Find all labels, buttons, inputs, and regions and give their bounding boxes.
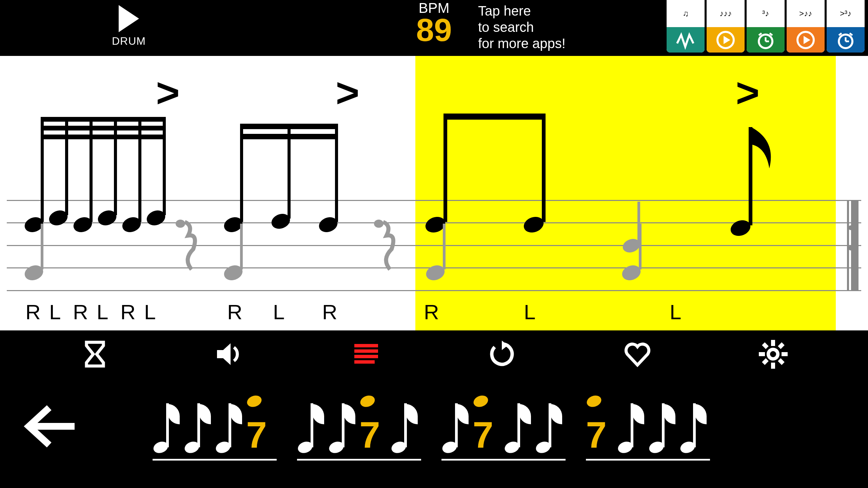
svg-point-35 <box>374 220 383 228</box>
svg-rect-61 <box>762 358 769 365</box>
eighth-rest-icon: 7 <box>246 392 277 453</box>
back-button[interactable] <box>17 396 85 457</box>
pattern-underline <box>153 459 277 461</box>
svg-rect-37 <box>542 114 546 222</box>
pattern-option[interactable]: 7 <box>297 392 421 461</box>
sticking-letter: L <box>144 300 156 324</box>
svg-rect-50 <box>354 349 378 353</box>
eighth-note-icon <box>648 392 679 453</box>
svg-text:>: > <box>336 70 359 115</box>
svg-rect-46 <box>639 224 642 269</box>
eighth-note-icon <box>184 392 214 453</box>
app-tile[interactable]: ³♪ <box>747 0 785 53</box>
hourglass-button[interactable] <box>80 339 110 369</box>
svg-rect-36 <box>443 114 447 222</box>
loop-icon <box>488 341 515 368</box>
hourglass-icon <box>83 341 107 368</box>
eighth-note-icon <box>441 392 472 453</box>
svg-rect-47 <box>749 127 752 225</box>
svg-rect-11 <box>138 117 141 222</box>
svg-rect-60 <box>778 342 785 349</box>
app-tile-bottom-icon <box>787 27 825 53</box>
sticking-letter: R <box>227 300 243 324</box>
pattern-underline <box>297 459 421 461</box>
loop-button[interactable] <box>487 339 517 369</box>
svg-rect-55 <box>771 363 775 369</box>
volume-button[interactable] <box>215 339 246 369</box>
svg-point-53 <box>768 349 778 359</box>
favorite-button[interactable] <box>622 339 653 369</box>
score-area: > > > <box>0 56 868 330</box>
list-icon <box>354 344 378 364</box>
app-tile-top-icon: ♫ <box>667 0 705 27</box>
eighth-note-icon <box>328 392 359 453</box>
svg-rect-42 <box>443 224 446 269</box>
svg-rect-52 <box>354 360 375 364</box>
arrow-left-icon <box>22 403 80 450</box>
sticking-letter: R <box>120 300 136 324</box>
toolbar <box>0 330 868 378</box>
notation-svg: > > > <box>0 56 868 330</box>
svg-rect-34 <box>240 224 243 269</box>
gear-icon <box>759 340 788 369</box>
svg-rect-13 <box>41 117 166 122</box>
app-tile[interactable]: >³♪ <box>827 0 865 53</box>
sticking-letter: R <box>25 300 41 324</box>
app-tile-bottom-icon <box>827 27 865 53</box>
top-bar: DRUM BPM 89 Tap here to search for more … <box>0 0 868 56</box>
pattern-option[interactable]: 7 <box>153 392 277 461</box>
eighth-rest-icon: 7 <box>359 392 390 453</box>
svg-rect-10 <box>114 117 117 215</box>
svg-rect-58 <box>762 342 769 349</box>
volume-icon <box>215 341 246 368</box>
eighth-note-icon <box>215 392 245 453</box>
svg-rect-28 <box>240 124 338 129</box>
pattern-selector: 7777 <box>0 378 868 488</box>
svg-rect-14 <box>41 126 166 130</box>
eighth-note-icon <box>679 392 710 453</box>
settings-button[interactable] <box>758 339 788 369</box>
app-tile-top-icon: ♪♪♪ <box>707 0 745 27</box>
sticking-letter: R <box>73 300 89 324</box>
heart-icon <box>623 341 652 368</box>
eighth-note-icon <box>617 392 648 453</box>
svg-point-24 <box>176 220 185 228</box>
search-more-apps[interactable]: Tap here to search for more apps! <box>478 3 566 52</box>
svg-rect-12 <box>163 117 166 215</box>
app-icon-row: ♫♪♪♪³♪>♪♪>³♪ <box>667 0 865 53</box>
app-tile-bottom-icon <box>747 27 785 53</box>
eighth-note-icon <box>391 392 421 453</box>
app-tile-top-icon: >♪♪ <box>787 0 825 27</box>
sticking-letter: L <box>49 300 61 324</box>
svg-text:>: > <box>156 70 180 115</box>
list-button[interactable] <box>351 339 381 369</box>
eighth-note-icon <box>504 392 534 453</box>
pattern-option[interactable]: 7 <box>441 392 566 461</box>
sticking-letter: R <box>322 300 338 324</box>
svg-rect-38 <box>443 114 546 120</box>
pattern-option[interactable]: 7 <box>586 392 710 461</box>
svg-rect-23 <box>41 224 43 269</box>
sticking-letter: L <box>670 300 682 324</box>
eighth-rest-icon: 7 <box>473 392 503 453</box>
sticking-letter: L <box>97 300 109 324</box>
svg-rect-59 <box>778 358 785 365</box>
svg-rect-56 <box>759 352 765 356</box>
svg-rect-49 <box>354 344 378 347</box>
pattern-list: 7777 <box>102 392 851 461</box>
svg-rect-57 <box>782 352 788 356</box>
app-tile-top-icon: ³♪ <box>747 0 785 27</box>
eighth-note-icon <box>297 392 328 453</box>
app-tile[interactable]: ♫ <box>667 0 705 53</box>
eighth-note-icon <box>153 392 183 453</box>
sticking-letter: L <box>524 300 536 324</box>
svg-rect-15 <box>41 135 166 139</box>
app-tile-bottom-icon <box>707 27 745 53</box>
app-tile[interactable]: >♪♪ <box>787 0 825 53</box>
app-tile-bottom-icon <box>667 27 705 53</box>
play-button[interactable]: DRUM <box>102 5 156 47</box>
svg-rect-51 <box>354 355 378 358</box>
sticking-letter: L <box>273 300 285 324</box>
pattern-underline <box>586 459 710 461</box>
app-tile[interactable]: ♪♪♪ <box>707 0 745 53</box>
